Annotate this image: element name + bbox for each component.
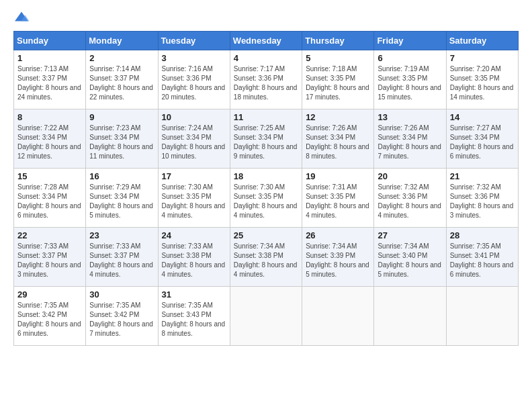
- day-info: Sunrise: 7:18 AM Sunset: 3:35 PM Dayligh…: [306, 65, 369, 101]
- day-info: Sunrise: 7:26 AM Sunset: 3:34 PM Dayligh…: [378, 124, 441, 160]
- day-info: Sunrise: 7:23 AM Sunset: 3:34 PM Dayligh…: [89, 124, 153, 160]
- day-info: Sunrise: 7:28 AM Sunset: 3:34 PM Dayligh…: [17, 183, 81, 219]
- day-info: Sunrise: 7:34 AM Sunset: 3:39 PM Dayligh…: [306, 242, 369, 278]
- day-info: Sunrise: 7:32 AM Sunset: 3:36 PM Dayligh…: [378, 183, 441, 219]
- day-info: Sunrise: 7:34 AM Sunset: 3:40 PM Dayligh…: [378, 242, 441, 278]
- day-number: 15: [17, 171, 82, 181]
- day-number: 8: [17, 112, 82, 122]
- logo: [13, 11, 32, 24]
- calendar-day-cell: 19 Sunrise: 7:31 AM Sunset: 3:35 PM Dayl…: [302, 169, 374, 228]
- day-info: Sunrise: 7:35 AM Sunset: 3:42 PM Dayligh…: [89, 302, 153, 337]
- day-info: Sunrise: 7:16 AM Sunset: 3:36 PM Dayligh…: [162, 65, 226, 101]
- calendar-day-cell: 4 Sunrise: 7:17 AM Sunset: 3:36 PM Dayli…: [230, 50, 302, 109]
- day-info: Sunrise: 7:26 AM Sunset: 3:34 PM Dayligh…: [306, 124, 369, 160]
- calendar-day-cell: 12 Sunrise: 7:26 AM Sunset: 3:34 PM Dayl…: [302, 109, 374, 169]
- day-number: 2: [89, 53, 154, 63]
- calendar-day-header: Saturday: [446, 32, 518, 50]
- calendar-day-cell: 24 Sunrise: 7:33 AM Sunset: 3:38 PM Dayl…: [158, 228, 230, 287]
- day-number: 3: [162, 53, 226, 63]
- day-number: 10: [162, 112, 226, 122]
- calendar-day-cell: 28 Sunrise: 7:35 AM Sunset: 3:41 PM Dayl…: [446, 228, 518, 287]
- day-info: Sunrise: 7:32 AM Sunset: 3:36 PM Dayligh…: [450, 183, 514, 219]
- calendar-week-row: 8 Sunrise: 7:22 AM Sunset: 3:34 PM Dayli…: [14, 109, 519, 169]
- day-info: Sunrise: 7:20 AM Sunset: 3:35 PM Dayligh…: [450, 65, 514, 101]
- calendar-day-cell: 27 Sunrise: 7:34 AM Sunset: 3:40 PM Dayl…: [374, 228, 446, 287]
- day-number: 22: [17, 230, 82, 240]
- calendar-day-cell: 16 Sunrise: 7:29 AM Sunset: 3:34 PM Dayl…: [86, 169, 158, 228]
- day-number: 27: [378, 230, 442, 240]
- calendar-day-cell: 14 Sunrise: 7:27 AM Sunset: 3:34 PM Dayl…: [446, 109, 518, 169]
- day-info: Sunrise: 7:13 AM Sunset: 3:37 PM Dayligh…: [17, 65, 81, 101]
- day-info: Sunrise: 7:27 AM Sunset: 3:34 PM Dayligh…: [450, 124, 514, 160]
- calendar-day-cell: 22 Sunrise: 7:33 AM Sunset: 3:37 PM Dayl…: [14, 228, 86, 287]
- calendar-day-cell: 5 Sunrise: 7:18 AM Sunset: 3:35 PM Dayli…: [302, 50, 374, 109]
- calendar-day-cell: 18 Sunrise: 7:30 AM Sunset: 3:35 PM Dayl…: [230, 169, 302, 228]
- calendar-day-header: Monday: [86, 32, 158, 50]
- calendar-day-cell: 31 Sunrise: 7:35 AM Sunset: 3:43 PM Dayl…: [158, 287, 230, 346]
- calendar-day-cell: 10 Sunrise: 7:24 AM Sunset: 3:34 PM Dayl…: [158, 109, 230, 169]
- day-info: Sunrise: 7:30 AM Sunset: 3:35 PM Dayligh…: [162, 183, 226, 219]
- day-info: Sunrise: 7:35 AM Sunset: 3:41 PM Dayligh…: [450, 242, 514, 278]
- day-info: Sunrise: 7:24 AM Sunset: 3:34 PM Dayligh…: [162, 124, 226, 160]
- calendar-day-cell: 20 Sunrise: 7:32 AM Sunset: 3:36 PM Dayl…: [374, 169, 446, 228]
- day-number: 25: [234, 230, 298, 240]
- day-number: 5: [306, 53, 370, 63]
- day-info: Sunrise: 7:19 AM Sunset: 3:35 PM Dayligh…: [378, 65, 441, 101]
- day-number: 26: [306, 230, 370, 240]
- day-info: Sunrise: 7:22 AM Sunset: 3:34 PM Dayligh…: [17, 124, 81, 160]
- calendar-week-row: 15 Sunrise: 7:28 AM Sunset: 3:34 PM Dayl…: [14, 169, 519, 228]
- day-info: Sunrise: 7:35 AM Sunset: 3:42 PM Dayligh…: [17, 302, 81, 337]
- day-info: Sunrise: 7:14 AM Sunset: 3:37 PM Dayligh…: [89, 65, 153, 101]
- day-number: 18: [234, 171, 298, 181]
- calendar-day-cell: 30 Sunrise: 7:35 AM Sunset: 3:42 PM Dayl…: [86, 287, 158, 346]
- day-number: 4: [234, 53, 298, 63]
- day-number: 6: [378, 53, 442, 63]
- day-number: 28: [450, 230, 515, 240]
- calendar-day-cell: 17 Sunrise: 7:30 AM Sunset: 3:35 PM Dayl…: [158, 169, 230, 228]
- day-info: Sunrise: 7:17 AM Sunset: 3:36 PM Dayligh…: [234, 65, 298, 101]
- calendar-day-cell: 15 Sunrise: 7:28 AM Sunset: 3:34 PM Dayl…: [14, 169, 86, 228]
- day-number: 21: [450, 171, 515, 181]
- calendar-day-cell: 9 Sunrise: 7:23 AM Sunset: 3:34 PM Dayli…: [86, 109, 158, 169]
- day-number: 17: [162, 171, 226, 181]
- day-number: 31: [162, 289, 226, 300]
- calendar-day-cell: 2 Sunrise: 7:14 AM Sunset: 3:37 PM Dayli…: [86, 50, 158, 109]
- day-info: Sunrise: 7:34 AM Sunset: 3:38 PM Dayligh…: [234, 242, 298, 278]
- calendar-week-row: 29 Sunrise: 7:35 AM Sunset: 3:42 PM Dayl…: [14, 287, 519, 346]
- day-info: Sunrise: 7:30 AM Sunset: 3:35 PM Dayligh…: [234, 183, 298, 219]
- day-info: Sunrise: 7:25 AM Sunset: 3:34 PM Dayligh…: [234, 124, 298, 160]
- calendar-day-cell: [374, 287, 446, 346]
- day-number: 29: [17, 289, 82, 300]
- calendar-day-cell: 25 Sunrise: 7:34 AM Sunset: 3:38 PM Dayl…: [230, 228, 302, 287]
- calendar-day-cell: 3 Sunrise: 7:16 AM Sunset: 3:36 PM Dayli…: [158, 50, 230, 109]
- day-number: 24: [162, 230, 226, 240]
- calendar-day-header: Wednesday: [230, 32, 302, 50]
- day-info: Sunrise: 7:29 AM Sunset: 3:34 PM Dayligh…: [89, 183, 153, 219]
- day-info: Sunrise: 7:33 AM Sunset: 3:37 PM Dayligh…: [89, 242, 153, 278]
- calendar-week-row: 22 Sunrise: 7:33 AM Sunset: 3:37 PM Dayl…: [14, 228, 519, 287]
- calendar-header-row: SundayMondayTuesdayWednesdayThursdayFrid…: [14, 32, 519, 50]
- calendar-day-header: Tuesday: [158, 32, 230, 50]
- day-number: 23: [89, 230, 154, 240]
- day-number: 16: [89, 171, 154, 181]
- calendar-day-cell: 23 Sunrise: 7:33 AM Sunset: 3:37 PM Dayl…: [86, 228, 158, 287]
- calendar-day-cell: 26 Sunrise: 7:34 AM Sunset: 3:39 PM Dayl…: [302, 228, 374, 287]
- calendar-day-header: Friday: [374, 32, 446, 50]
- day-info: Sunrise: 7:33 AM Sunset: 3:37 PM Dayligh…: [17, 242, 81, 278]
- page-header: [13, 11, 519, 24]
- day-number: 14: [450, 112, 515, 122]
- day-info: Sunrise: 7:31 AM Sunset: 3:35 PM Dayligh…: [306, 183, 369, 219]
- day-number: 13: [378, 112, 442, 122]
- calendar-day-cell: [302, 287, 374, 346]
- calendar-day-cell: [446, 287, 518, 346]
- calendar-day-cell: 1 Sunrise: 7:13 AM Sunset: 3:37 PM Dayli…: [14, 50, 86, 109]
- calendar-day-header: Sunday: [14, 32, 86, 50]
- day-number: 19: [306, 171, 370, 181]
- calendar-day-cell: 7 Sunrise: 7:20 AM Sunset: 3:35 PM Dayli…: [446, 50, 518, 109]
- day-number: 20: [378, 171, 442, 181]
- day-number: 11: [234, 112, 298, 122]
- day-number: 9: [89, 112, 154, 122]
- calendar-day-cell: 29 Sunrise: 7:35 AM Sunset: 3:42 PM Dayl…: [14, 287, 86, 346]
- calendar-day-cell: 8 Sunrise: 7:22 AM Sunset: 3:34 PM Dayli…: [14, 109, 86, 169]
- day-number: 30: [89, 289, 154, 300]
